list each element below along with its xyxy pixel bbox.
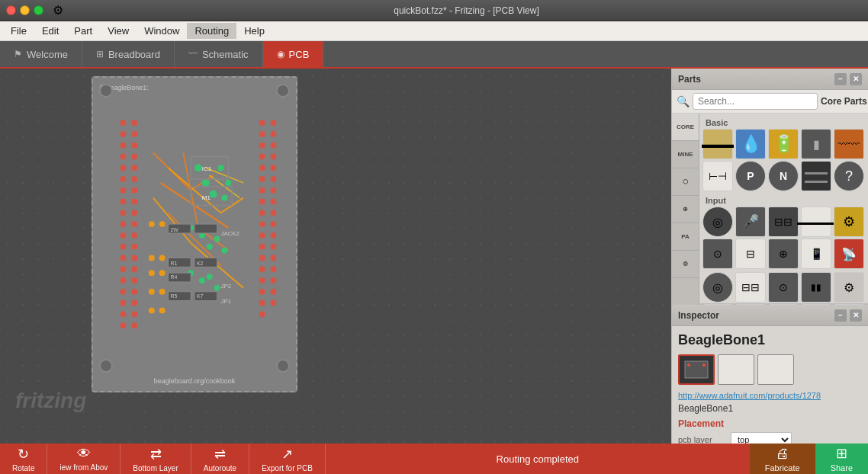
menu-help[interactable]: Help bbox=[236, 23, 272, 39]
svg-text:IC1: IC1 bbox=[202, 165, 211, 172]
part-resistor[interactable]: ▬▬▬ bbox=[702, 129, 733, 159]
svg-text:R1: R1 bbox=[170, 261, 177, 266]
svg-point-17 bbox=[221, 195, 227, 201]
sidebar-item-pa[interactable]: PA bbox=[672, 223, 699, 251]
minimize-button[interactable] bbox=[20, 5, 30, 15]
inspector-img-schematic[interactable] bbox=[718, 354, 754, 385]
part-led[interactable]: ▮ bbox=[801, 129, 831, 159]
svg-point-76 bbox=[131, 232, 137, 239]
parts-panel: Parts − ✕ 🔍 Core Parts ≡ CORE MINE ⬡ ⊕ bbox=[672, 69, 868, 305]
part-capacitor2[interactable]: 🔋 bbox=[768, 129, 799, 159]
pcb-icon: ◉ bbox=[277, 49, 285, 59]
breadboard-icon: ⊞ bbox=[96, 49, 104, 59]
tab-pcb[interactable]: ◉ PCB bbox=[263, 41, 324, 67]
part-pot[interactable]: ⊟ bbox=[735, 239, 766, 269]
svg-point-125 bbox=[159, 270, 166, 276]
part-misc[interactable]: 📡 bbox=[834, 239, 864, 269]
window-controls[interactable] bbox=[6, 5, 43, 15]
view-label: iew from Abov bbox=[59, 463, 108, 472]
tab-welcome[interactable]: ⚑ Welcome bbox=[0, 41, 82, 67]
sidebar-item-gear[interactable]: ⚙ bbox=[672, 251, 699, 278]
pcb-board: @beagleBone1: beagleboard.org/cookbook bbox=[92, 76, 297, 392]
share-label: Share bbox=[831, 463, 853, 472]
part-joystick[interactable]: ⊕ bbox=[768, 239, 799, 269]
part-npn[interactable]: N bbox=[768, 161, 799, 191]
svg-point-66 bbox=[131, 120, 137, 126]
part-capacitor[interactable]: 💧 bbox=[735, 129, 766, 159]
part-mic[interactable]: 🎤 bbox=[735, 207, 766, 237]
svg-point-92 bbox=[259, 199, 265, 205]
svg-point-52 bbox=[120, 176, 126, 182]
menu-window[interactable]: Window bbox=[137, 23, 187, 39]
parts-collapse-button[interactable]: − bbox=[834, 73, 847, 85]
part-pushbutton[interactable]: P bbox=[735, 161, 766, 191]
rotate-button[interactable]: ↻ Rotate bbox=[0, 444, 47, 474]
part-extra4[interactable]: ▮▮ bbox=[801, 272, 831, 303]
inspector-panel-header: Inspector − ✕ bbox=[672, 305, 868, 326]
svg-point-83 bbox=[131, 311, 137, 317]
close-button[interactable] bbox=[6, 5, 16, 15]
parts-panel-header: Parts − ✕ bbox=[672, 69, 868, 90]
svg-point-63 bbox=[120, 300, 126, 306]
menu-view[interactable]: View bbox=[100, 23, 137, 39]
menu-edit[interactable]: Edit bbox=[34, 23, 66, 39]
autoroute-button[interactable]: ⇌ Autoroute bbox=[191, 444, 249, 474]
parts-search-input[interactable] bbox=[693, 93, 818, 110]
inspector-img-pcb[interactable] bbox=[678, 354, 715, 385]
menu-part[interactable]: Part bbox=[66, 23, 100, 39]
part-mystery[interactable]: ? bbox=[834, 161, 864, 191]
part-extra5[interactable]: ⚙ bbox=[834, 272, 864, 303]
basic-parts-grid: ▬▬▬ 💧 🔋 ▮ 〰〰 ⊢⊣ P N ▬▬▬▬▬▬ ? bbox=[702, 129, 865, 191]
part-extra2[interactable]: ⊟⊟ bbox=[735, 272, 766, 303]
svg-point-64 bbox=[120, 311, 126, 317]
maximize-button[interactable] bbox=[34, 5, 43, 15]
svg-point-54 bbox=[120, 199, 126, 205]
svg-point-119 bbox=[271, 300, 277, 306]
export-label: Export for PCB bbox=[262, 464, 313, 472]
autoroute-label: Autoroute bbox=[204, 464, 236, 472]
sidebar-item-core[interactable]: CORE bbox=[672, 114, 699, 141]
part-header[interactable]: ▬▬▬▬▬ bbox=[801, 207, 831, 237]
inspector-link[interactable]: http://www.adafruit.com/products/1278 bbox=[678, 391, 862, 400]
part-btn2[interactable]: ⊙ bbox=[702, 239, 733, 269]
part-connector[interactable]: ⊢⊣ bbox=[702, 161, 733, 191]
part-display[interactable]: ▬▬▬▬▬▬ bbox=[801, 161, 831, 191]
parts-close-button[interactable]: ✕ bbox=[850, 73, 862, 85]
svg-point-51 bbox=[120, 165, 126, 171]
extra-parts-grid: ◎ ⊟⊟ ⊙ ▮▮ ⚙ ◎ ⊟⊟ ⚡ ▮▮▮ ▬ bbox=[702, 272, 865, 306]
inspector-collapse-button[interactable]: − bbox=[834, 309, 847, 322]
sidebar-item-mine[interactable]: MINE bbox=[672, 141, 699, 168]
part-sensor1[interactable]: ◎ bbox=[702, 207, 733, 237]
inspector-close-button[interactable]: ✕ bbox=[850, 309, 862, 322]
part-touch[interactable]: 📱 bbox=[801, 239, 831, 269]
placement-section: Placement bbox=[678, 418, 862, 429]
part-encoder[interactable]: ⚙ bbox=[834, 207, 864, 237]
svg-point-67 bbox=[131, 131, 137, 137]
export-pcb-button[interactable]: ↗ Export for PCB bbox=[249, 444, 326, 474]
part-extra3[interactable]: ⊙ bbox=[768, 272, 799, 303]
bottom-layer-button[interactable]: ⇄ Bottom Layer bbox=[121, 444, 191, 474]
tab-schematic[interactable]: 〰 Schematic bbox=[175, 41, 263, 67]
pcb-canvas[interactable]: fritzing @beagleBone1: beagleboard.org/c… bbox=[0, 69, 671, 444]
svg-point-14 bbox=[210, 191, 217, 198]
sidebar-item-arduino[interactable]: ⊕ bbox=[672, 196, 699, 223]
export-icon: ↗ bbox=[281, 446, 293, 463]
svg-point-57 bbox=[120, 232, 126, 239]
routing-status: Routing completed bbox=[326, 453, 750, 465]
part-extra1[interactable]: ◎ bbox=[702, 272, 733, 303]
svg-point-20 bbox=[207, 244, 213, 250]
sidebar-item-hex[interactable]: ⬡ bbox=[672, 168, 699, 196]
svg-line-7 bbox=[153, 198, 191, 243]
svg-point-108 bbox=[271, 176, 277, 182]
part-switch[interactable]: ⊟⊟ bbox=[768, 207, 799, 237]
part-inductor[interactable]: 〰〰 bbox=[834, 129, 864, 159]
menu-routing[interactable]: Routing bbox=[187, 23, 236, 39]
tab-pcb-label: PCB bbox=[289, 49, 310, 60]
fabricate-button[interactable]: 🖨 Fabricate bbox=[750, 444, 815, 474]
svg-point-55 bbox=[120, 210, 126, 216]
share-button[interactable]: ⊞ Share bbox=[815, 444, 868, 474]
tab-breadboard[interactable]: ⊞ Breadboard bbox=[82, 41, 175, 67]
view-from-above-button[interactable]: 👁 iew from Abov bbox=[47, 444, 121, 474]
menu-file[interactable]: File bbox=[3, 23, 34, 39]
inspector-img-breadboard[interactable] bbox=[757, 354, 794, 385]
